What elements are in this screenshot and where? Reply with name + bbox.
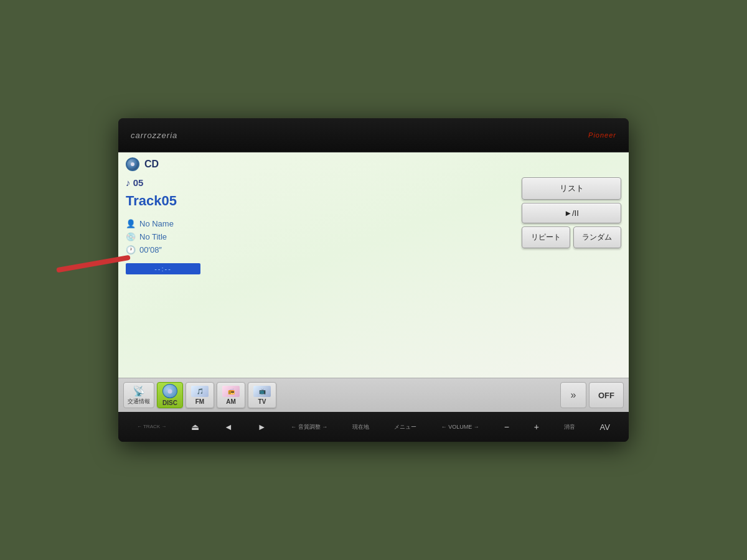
home-button[interactable]: 現在地 [352,423,369,431]
off-button[interactable]: OFF [589,382,624,408]
plus-button[interactable]: + [534,422,539,432]
play-icon: ► [258,422,266,432]
control-buttons: リスト ►/II リピート ランダム [522,177,621,378]
repeat-random-row: リピート ランダム [522,226,621,248]
fm-icon: 🎵 [191,386,209,397]
bottom-strip: ← TRACK → ⏏ ◄ ► ← 音質調整 → 現在地 メニュー [118,412,629,442]
brand-carrozzeria: carrozzeria [131,131,177,140]
audio-group: ← 音質調整 → [291,423,327,431]
volume-group: ← VOLUME → [441,424,479,430]
prev-button[interactable]: ◄ [224,422,233,432]
disc-icon [162,384,177,398]
source-bar: 📡 交通情報 DISC 🎵 FM 📻 AM 📺 TV [118,378,629,412]
minus-button[interactable]: − [504,422,509,432]
album-icon: 💿 [126,232,136,241]
minus-icon: − [504,422,509,432]
random-button[interactable]: ランダム [573,226,622,248]
track-label: ← TRACK → [137,424,166,429]
forward-button[interactable]: » [560,382,586,408]
artist-icon: 👤 [126,219,136,228]
mute-group: 消音 [564,423,575,431]
am-label: AM [226,398,236,405]
track-group: ← TRACK → [137,424,166,430]
am-icon: 📻 [222,386,240,397]
track-labels: ← TRACK → [137,424,166,429]
duration-row: 🕐 00′08″ [126,245,515,254]
list-button[interactable]: リスト [522,177,621,200]
disc-label: DISC [162,399,177,406]
brand-pioneer: Pioneer [588,131,616,139]
mode-label: CD [144,159,159,170]
traffic-label: 交通情報 [128,398,150,406]
mute-label: 消音 [564,423,575,431]
home-label: 現在地 [352,423,369,431]
clock-icon: 🕐 [126,245,136,254]
play-pause-button[interactable]: ►/II [522,203,621,223]
cd-disc-icon [126,157,139,171]
av-label: AV [600,422,610,432]
volume-label: ← VOLUME → [441,424,479,430]
album-text: No Title [139,232,167,241]
repeat-button[interactable]: リピート [522,226,570,248]
forward-icon: » [571,390,576,401]
screen-header: CD [126,157,621,171]
eject-icon: ⏏ [191,422,199,432]
tv-icon: 📺 [253,386,271,397]
top-bezel: carrozzeria Pioneer [118,118,629,152]
disc-button[interactable]: DISC [157,382,183,408]
plus-icon: + [534,422,539,432]
menu-button[interactable]: メニュー [394,423,416,431]
audio-label: ← 音質調整 → [291,423,327,431]
menu-label: メニュー [394,423,416,431]
traffic-wave-icon: 📡 [133,385,145,397]
track-number: ♪ 05 [126,177,515,188]
play-button[interactable]: ► [258,422,266,432]
progress-text: --:-- [154,265,172,273]
screen-content: CD ♪ 05 Track05 👤 No Name 💿 No Title [118,152,629,378]
am-button[interactable]: 📻 AM [217,382,245,408]
artist-text: No Name [139,219,174,228]
fm-button[interactable]: 🎵 FM [186,382,214,408]
av-button[interactable]: AV [600,422,610,432]
album-row: 💿 No Title [126,232,515,241]
main-content: ♪ 05 Track05 👤 No Name 💿 No Title 🕐 [126,177,621,378]
scene: carrozzeria Pioneer CD ♪ 05 Track05 👤 [93,87,654,473]
duration-text: 00′08″ [139,245,162,254]
prev-icon: ◄ [224,422,233,432]
track-name: Track05 [126,193,515,209]
progress-bar: --:-- [126,263,200,274]
traffic-button[interactable]: 📡 交通情報 [123,382,154,408]
fm-label: FM [195,398,204,405]
screen: CD ♪ 05 Track05 👤 No Name 💿 No Title [118,152,629,412]
track-info: ♪ 05 Track05 👤 No Name 💿 No Title 🕐 [126,177,515,378]
eject-button[interactable]: ⏏ [191,422,199,432]
tv-button[interactable]: 📺 TV [248,382,276,408]
device: carrozzeria Pioneer CD ♪ 05 Track05 👤 [118,118,629,442]
artist-row: 👤 No Name [126,219,515,228]
tv-label: TV [258,398,266,405]
